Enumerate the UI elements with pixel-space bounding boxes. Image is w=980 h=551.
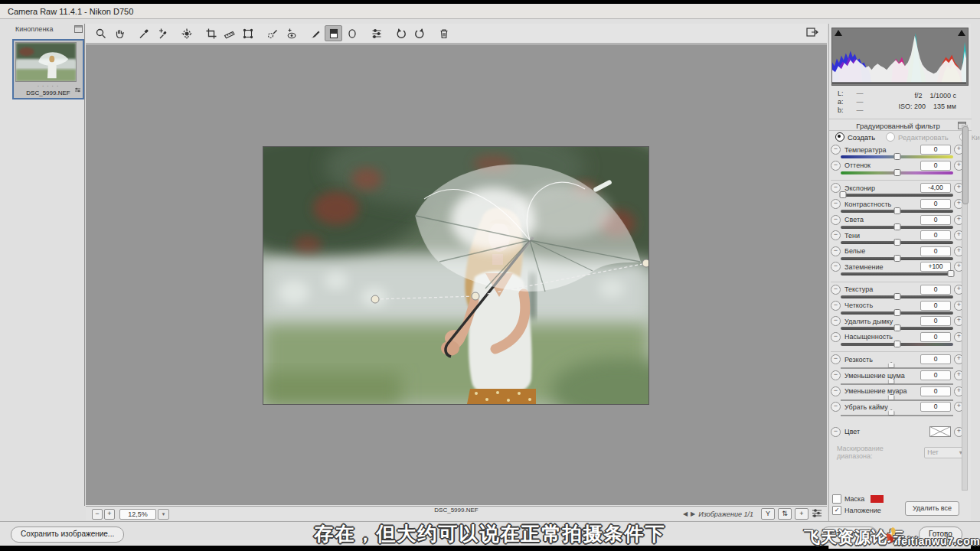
clear-all-button[interactable]: Удалить все [905, 501, 959, 516]
filmstrip-thumbnail[interactable]: · · · · · DSC_5999.NEF [12, 39, 84, 99]
slider-track[interactable] [841, 272, 953, 276]
slider-handle[interactable] [893, 223, 900, 230]
before-after-toggle-button[interactable]: Y [761, 508, 775, 520]
slider-track[interactable] [841, 415, 953, 416]
slider-track[interactable] [841, 343, 953, 346]
slider-track[interactable] [841, 155, 953, 158]
slider-value-input[interactable]: 0 [920, 145, 951, 155]
slider-decrement-button[interactable]: − [831, 215, 841, 225]
slider-handle[interactable] [893, 169, 900, 176]
color-swatch[interactable] [929, 426, 951, 437]
scrollbar-thumb[interactable] [962, 126, 969, 204]
slider-handle[interactable] [839, 191, 846, 198]
thumbnail-rating-dots[interactable]: · · · · · [38, 83, 59, 89]
slider-value-input[interactable]: 0 [920, 386, 951, 396]
red-eye-tool-icon[interactable] [282, 25, 299, 41]
slider-handle[interactable] [893, 324, 900, 331]
slider-decrement-button[interactable]: − [831, 354, 841, 364]
slider-track[interactable] [841, 226, 953, 229]
slider-track[interactable] [841, 383, 953, 385]
slider-value-input[interactable]: 0 [920, 161, 951, 171]
previous-image-button[interactable]: ◀ [683, 510, 688, 517]
slider-decrement-button[interactable]: − [831, 285, 841, 295]
slider-track[interactable] [841, 194, 953, 197]
slider-handle[interactable] [893, 207, 900, 214]
hand-tool-icon[interactable] [110, 25, 128, 41]
color-sampler-tool-icon[interactable] [153, 25, 171, 41]
straighten-tool-icon[interactable] [220, 25, 238, 41]
slider-track[interactable] [841, 241, 953, 244]
slider-handle[interactable] [893, 255, 900, 262]
slider-value-input[interactable]: 0 [920, 246, 951, 256]
slider-value-input[interactable]: 0 [920, 332, 951, 342]
slider-decrement-button[interactable]: − [831, 199, 841, 209]
mask-checkbox[interactable] [832, 494, 841, 504]
slider-handle[interactable] [948, 270, 955, 277]
slider-track[interactable] [841, 367, 953, 369]
toggle-fullscreen-icon[interactable] [805, 26, 819, 41]
slider-track[interactable] [841, 210, 953, 213]
slider-handle[interactable] [893, 309, 900, 316]
copy-settings-button[interactable]: + [795, 508, 808, 520]
rotate-left-icon[interactable] [392, 25, 410, 41]
preview-photo[interactable] [263, 146, 649, 405]
mask-color-swatch[interactable] [871, 495, 884, 503]
slider-decrement-button[interactable]: − [831, 301, 841, 311]
slider-track[interactable] [841, 327, 953, 330]
slider-decrement-button[interactable]: − [831, 316, 841, 326]
color-decrement-button[interactable]: − [831, 427, 841, 437]
preferences-icon[interactable] [368, 25, 385, 41]
radial-filter-tool-icon[interactable] [343, 25, 361, 41]
slider-decrement-button[interactable]: − [831, 230, 841, 240]
slider-value-input[interactable]: 0 [920, 215, 951, 225]
filmstrip-menu-icon[interactable] [74, 25, 83, 33]
slider-value-input[interactable]: 0 [920, 285, 951, 295]
image-canvas[interactable] [86, 44, 827, 505]
slider-handle[interactable] [893, 341, 900, 347]
slider-track[interactable] [841, 311, 953, 315]
slider-track[interactable] [841, 257, 953, 260]
slider-track[interactable] [841, 399, 953, 401]
slider-decrement-button[interactable]: − [831, 402, 841, 412]
slider-value-input[interactable]: 0 [920, 316, 951, 326]
slider-decrement-button[interactable]: − [831, 145, 841, 155]
slider-handle[interactable] [893, 153, 900, 160]
swap-settings-button[interactable]: ⇅ [778, 508, 792, 520]
slider-value-input[interactable]: -4,00 [920, 183, 951, 193]
zoom-tool-icon[interactable] [92, 25, 109, 41]
slider-decrement-button[interactable]: − [831, 246, 841, 256]
slider-decrement-button[interactable]: − [831, 332, 841, 342]
slider-value-input[interactable]: 0 [920, 354, 951, 364]
preview-preferences-icon[interactable] [812, 508, 822, 520]
transform-tool-icon[interactable] [239, 25, 256, 41]
mode-radio[interactable]: Создать [835, 132, 875, 142]
slider-decrement-button[interactable]: − [831, 161, 841, 171]
slider-value-input[interactable]: 0 [920, 230, 951, 240]
rotate-right-icon[interactable] [410, 25, 428, 41]
range-mask-dropdown[interactable]: Нет▾ [924, 447, 965, 458]
panel-scrollbar[interactable] [962, 125, 968, 491]
slider-value-input[interactable]: 0 [920, 370, 951, 380]
overlay-checkbox[interactable]: ✓ [832, 506, 841, 515]
graduated-filter-tool-icon[interactable] [325, 25, 342, 41]
highlight-clipping-icon[interactable] [958, 30, 965, 36]
slider-track[interactable] [841, 171, 953, 174]
slider-value-input[interactable]: +100 [920, 262, 951, 272]
slider-decrement-button[interactable]: − [831, 262, 841, 272]
slider-handle[interactable] [893, 239, 900, 246]
targeted-adjustment-tool-icon[interactable] [178, 25, 195, 41]
trash-icon[interactable] [435, 25, 452, 41]
slider-handle[interactable] [893, 293, 900, 300]
mode-radio[interactable]: Редактировать [886, 132, 949, 142]
shadow-clipping-icon[interactable] [835, 30, 842, 36]
white-balance-tool-icon[interactable] [135, 25, 152, 41]
adjustment-brush-tool-icon[interactable] [306, 25, 324, 41]
slider-track[interactable] [841, 295, 953, 298]
slider-decrement-button[interactable]: − [831, 370, 841, 380]
crop-tool-icon[interactable] [202, 25, 220, 41]
slider-value-input[interactable]: 0 [920, 301, 951, 311]
slider-value-input[interactable]: 0 [920, 199, 951, 209]
slider-value-input[interactable]: 0 [920, 402, 951, 412]
spot-removal-tool-icon[interactable] [263, 25, 281, 41]
next-image-button[interactable]: ▶ [691, 510, 695, 517]
